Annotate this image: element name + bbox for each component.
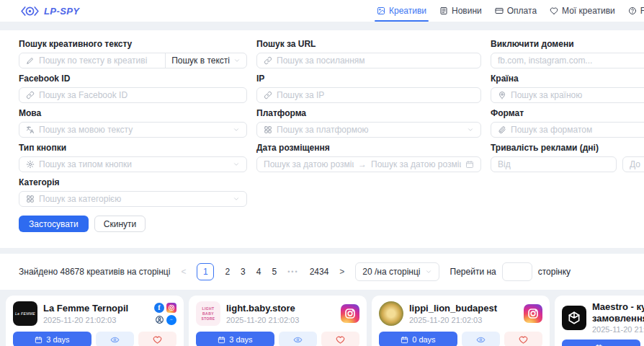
nav-item-payment[interactable]: Оплата [495, 0, 537, 22]
card-title[interactable]: La Femme Ternopil [43, 303, 128, 314]
nav-item-creatives[interactable]: Креативи [377, 0, 426, 22]
views-button[interactable] [279, 332, 317, 346]
days-active-button[interactable]: 3 days [196, 332, 274, 346]
goto-page-input[interactable] [502, 262, 532, 281]
page: LP-SPY Креативи Новини Оплата Мої креати… [0, 0, 644, 346]
nav-item-news[interactable]: Новини [439, 0, 482, 22]
pages-ellipsis[interactable]: ••• [287, 268, 298, 275]
chevron-down-icon [233, 161, 240, 168]
filter-label: Дата розміщення [256, 143, 481, 153]
page-last[interactable]: 2434 [310, 267, 329, 277]
duration-to-input[interactable] [630, 159, 644, 169]
card-title[interactable]: light.baby.store [226, 303, 299, 314]
social-icons: f [154, 303, 176, 325]
instagram-icon[interactable] [341, 304, 359, 323]
filter-label: Категорія [19, 177, 247, 187]
filter-creative-text: Пошук креативного тексту Пошук в тексті [19, 39, 247, 68]
link-icon [26, 91, 35, 99]
exclude-domains-input[interactable] [498, 56, 644, 66]
goto-suffix: сторінку [538, 267, 571, 277]
days-active-button[interactable]: 3 days [13, 332, 91, 346]
creative-card: LIGHT BABY STORE light.baby.store 2025-1… [189, 296, 367, 346]
apply-button[interactable]: Застосувати [19, 216, 89, 232]
button-type-select[interactable] [19, 156, 247, 172]
filter-label: Facebook ID [19, 74, 247, 84]
instagram-icon[interactable] [166, 303, 176, 313]
page-5[interactable]: 5 [272, 267, 277, 277]
filter-facebook-id: Facebook ID [19, 74, 247, 103]
page-3[interactable]: 3 [241, 267, 246, 277]
eye-icon [476, 335, 486, 345]
days-active-button[interactable]: 0 days [379, 332, 457, 346]
duration-from-input[interactable] [498, 159, 609, 169]
ip-input[interactable] [277, 90, 474, 100]
date-to-input[interactable] [371, 159, 461, 169]
cube-icon [567, 311, 581, 325]
results-summary: Знайдено 48678 креативів на сторінці [19, 267, 170, 277]
language-input[interactable] [39, 125, 228, 135]
card-date: 2025-11-20 21:02:03 [409, 316, 497, 324]
question-icon [628, 6, 637, 15]
page-4[interactable]: 4 [256, 267, 261, 277]
creative-card: La FEMME La Femme Ternopil 2025-11-20 21… [6, 296, 184, 346]
reset-button[interactable]: Скинути [94, 216, 146, 232]
creative-text-input[interactable] [39, 56, 158, 66]
views-button[interactable] [462, 332, 500, 346]
filters-panel: Пошук креативного тексту Пошук в тексті … [0, 30, 644, 248]
facebook-icon[interactable]: f [154, 303, 164, 313]
prev-page-icon[interactable]: < [181, 267, 186, 277]
text-search-mode-select[interactable]: Пошук в тексті [165, 53, 246, 68]
avatar [379, 301, 403, 326]
page-1-active[interactable]: 1 [197, 263, 214, 280]
days-active-button[interactable] [562, 340, 640, 346]
category-select[interactable] [19, 191, 247, 207]
filter-language: Мова [19, 108, 247, 138]
chevron-down-icon [233, 57, 241, 64]
eye-icon [293, 335, 303, 345]
platform-input[interactable] [277, 125, 462, 135]
button-type-input[interactable] [39, 159, 228, 169]
like-button[interactable] [138, 332, 176, 346]
filter-label: Платформа [256, 108, 481, 118]
filter-label: Пошук за URL [256, 39, 481, 49]
platform-select[interactable] [256, 122, 481, 138]
card-date: 2025-11-20 21:02:03 [43, 316, 128, 324]
category-input[interactable] [39, 194, 228, 204]
language-select[interactable] [19, 122, 247, 138]
nav-item-my-creatives[interactable]: Мої креативи [550, 0, 615, 22]
page-size-select[interactable]: 20 /на сторінці [355, 262, 439, 281]
card-title[interactable]: Maestro - кухні, меблі на замовлення в У… [592, 301, 644, 324]
filter-label: Формат [491, 108, 644, 118]
format-select[interactable] [491, 122, 644, 138]
country-input[interactable] [511, 90, 644, 100]
like-button[interactable] [504, 332, 542, 346]
instagram-icon[interactable] [524, 304, 542, 323]
filter-exclude-domains: Виключити домени [491, 39, 644, 68]
nav-item-faq[interactable]: FAQ [628, 0, 644, 22]
pager: < 1 2 3 4 5 ••• 2434 > [181, 263, 344, 280]
views-button[interactable] [96, 332, 134, 346]
date-range-picker[interactable]: → [256, 156, 481, 172]
main-nav: Креативи Новини Оплата Мої креативи FAQ [377, 0, 644, 22]
link-icon [264, 56, 272, 65]
card-title[interactable]: lippi_lion_budapest [409, 303, 497, 314]
filter-label: Мова [19, 108, 247, 118]
eye-icon [110, 335, 120, 345]
pen-icon [26, 56, 35, 65]
logo[interactable]: LP-SPY [20, 5, 79, 17]
next-page-icon[interactable]: > [339, 267, 344, 277]
filter-label: Тип кнопки [19, 143, 247, 153]
arrow-right-icon: → [358, 159, 367, 169]
image-icon [377, 6, 385, 15]
page-2[interactable]: 2 [225, 267, 230, 277]
like-button[interactable] [321, 332, 359, 346]
format-input[interactable] [511, 125, 644, 135]
filter-label: Пошук креативного тексту [19, 39, 247, 49]
facebook-id-input[interactable] [39, 90, 240, 100]
date-from-input[interactable] [264, 159, 354, 169]
profile-icon[interactable] [154, 315, 164, 325]
messenger-icon[interactable] [166, 315, 176, 325]
url-input[interactable] [277, 56, 474, 66]
filter-label: Тривалість реклами (дні) [491, 143, 644, 153]
paperclip-icon [498, 125, 506, 134]
